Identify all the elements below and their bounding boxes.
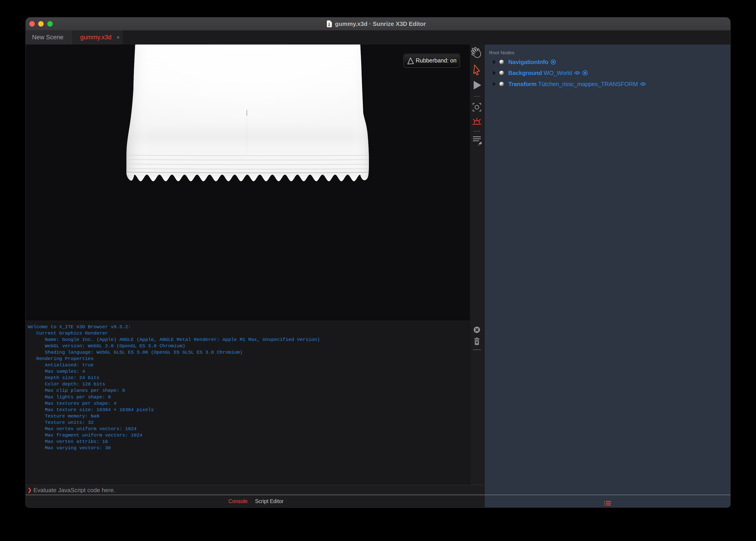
- svg-text:Rubberband: on: Rubberband: on: [416, 57, 456, 64]
